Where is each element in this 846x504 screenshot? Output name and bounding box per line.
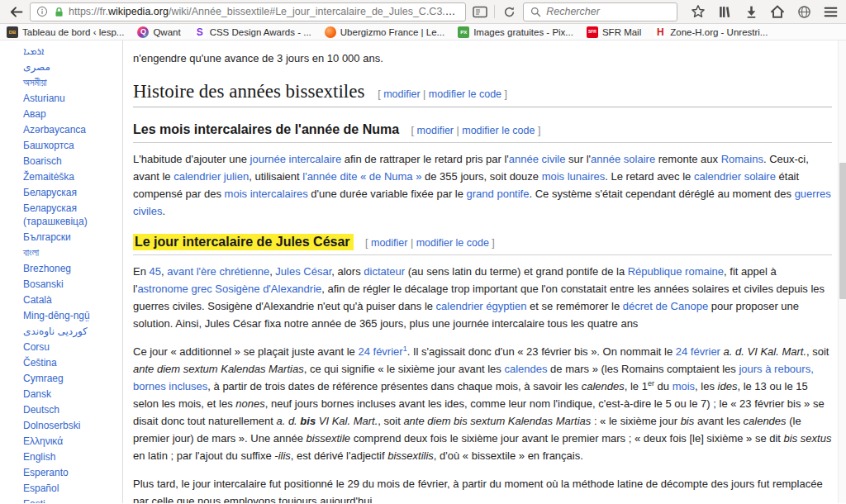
- sidebar-language-link[interactable]: Беларуская: [23, 187, 117, 200]
- wiki-link[interactable]: astronome grec Sosigène d'Alexandrie: [137, 283, 321, 295]
- bookmark-item[interactable]: Ubergizmo France | Le...: [325, 26, 444, 38]
- wiki-link[interactable]: 45: [150, 265, 161, 278]
- subsection-heading-numa: Les mois intercalaires de l'année de Num…: [133, 121, 832, 143]
- sidebar-language-link[interactable]: Ming-dĕng-ngṳ̄: [23, 310, 117, 323]
- text-run: , le 1: [625, 380, 648, 392]
- wiki-link[interactable]: calendrier julien: [173, 170, 249, 183]
- wiki-link[interactable]: grand pontife: [467, 188, 530, 200]
- back-button[interactable]: [7, 2, 25, 21]
- sidebar-language-link[interactable]: Ελληνικά: [23, 435, 117, 449]
- wiki-link[interactable]: année solaire: [591, 153, 655, 165]
- sidebar-language-link[interactable]: Esperanto: [23, 467, 117, 480]
- bookmark-star-icon[interactable]: [689, 2, 707, 21]
- sidebar-language-link[interactable]: Dolnoserbski: [23, 420, 117, 433]
- bookmark-item[interactable]: Q Qwant: [137, 26, 180, 38]
- page-viewport: ܐܪܡܝܐ مصرى অসমীয়া Asturianu Авар Azərba…: [0, 40, 846, 503]
- text-run: , alors: [331, 265, 364, 278]
- bookmark-label: Images gratuites - Pix...: [473, 27, 573, 37]
- sidebar-language-link[interactable]: مصرى: [23, 61, 117, 74]
- paragraph-jules-cesar-1: En 45, avant l'ère chrétienne, Jules Cés…: [133, 263, 832, 332]
- text-run: , d'où « bissextile » en français.: [434, 449, 583, 462]
- sidebar-language-link[interactable]: Deutsch: [23, 404, 117, 417]
- wiki-link[interactable]: Romains: [721, 153, 763, 165]
- wiki-link[interactable]: dictateur: [364, 265, 405, 278]
- scrollbar-thumb[interactable]: [839, 163, 846, 299]
- text-run: . Le retard avec le: [605, 170, 694, 183]
- bookmark-item[interactable]: H Zone-H.org - Unrestri...: [654, 26, 768, 38]
- bookmark-item[interactable]: S CSS Design Awards - ...: [194, 26, 311, 38]
- page-scrollbar[interactable]: [838, 40, 846, 503]
- wiki-link[interactable]: République romaine: [628, 265, 724, 278]
- bookmark-label: SFR Mail: [602, 27, 641, 37]
- wiki-link[interactable]: 24 février: [676, 345, 720, 358]
- sidebar-language-link[interactable]: অসমীয়া: [23, 77, 117, 90]
- text-run: . Ce système s'était cependant déréglé a…: [529, 188, 794, 200]
- wiki-link[interactable]: calendes: [504, 363, 547, 375]
- sidebar-language-link[interactable]: Asturianu: [23, 93, 117, 106]
- library-icon[interactable]: [715, 2, 734, 21]
- reload-button[interactable]: [500, 2, 518, 21]
- menu-icon[interactable]: [821, 2, 839, 21]
- wiki-link[interactable]: Jules César: [275, 265, 331, 278]
- search-placeholder: Rechercher: [546, 6, 600, 17]
- modifier-le-code-link[interactable]: modifier le code: [416, 237, 489, 249]
- sidebar-language-link[interactable]: Čeština: [23, 357, 117, 370]
- section-heading-histoire: Histoire des années bissextiles [ modifi…: [133, 80, 832, 107]
- sidebar-language-link[interactable]: Žemaitėška: [23, 171, 117, 184]
- sidebar-language-link[interactable]: Bosanski: [23, 278, 117, 292]
- sidebar-language-link[interactable]: Español: [23, 483, 117, 496]
- lock-icon[interactable]: [53, 2, 64, 21]
- bookmark-item[interactable]: PX Images gratuites - Pix...: [458, 26, 573, 38]
- wiki-link[interactable]: mois lunaires: [542, 170, 606, 183]
- wiki-link[interactable]: l'année dite « de Numa »: [302, 170, 421, 183]
- sidebar-language-link[interactable]: Boarisch: [23, 155, 117, 169]
- home-icon[interactable]: [768, 2, 787, 21]
- sidebar-language-link[interactable]: বাংলা: [23, 247, 117, 260]
- url-scheme: https://fr.: [69, 6, 108, 17]
- modifier-link[interactable]: modifier: [383, 88, 420, 100]
- heading-text: Les mois intercalaires de l'année de Num…: [133, 122, 399, 136]
- sidebar-language-link[interactable]: كوردیی ناوەندی: [23, 326, 117, 339]
- sidebar-language-link[interactable]: Català: [23, 294, 117, 307]
- wiki-link[interactable]: mois: [673, 380, 695, 392]
- sidebar-language-link[interactable]: Azərbaycanca: [23, 124, 117, 137]
- wiki-link[interactable]: avant l'ère chrétienne: [167, 265, 269, 278]
- text-run: d'une durée variable fixée par le: [308, 188, 467, 200]
- italic-text: ante diem sextum Kalendas Martias: [133, 363, 304, 375]
- wiki-link[interactable]: journée intercalaire: [250, 153, 342, 165]
- bookmark-item[interactable]: DB Tableau de bord ‹ lesp...: [7, 26, 124, 38]
- sidebar-language-link[interactable]: Corsu: [23, 341, 117, 354]
- italic-text: bis: [300, 415, 316, 427]
- wiki-link[interactable]: 24 février: [358, 345, 402, 358]
- sidebar-language-link[interactable]: Dansk: [23, 388, 117, 402]
- wiki-link[interactable]: année civile: [509, 153, 566, 165]
- wiki-link[interactable]: calendrier égyptien: [436, 300, 527, 312]
- modifier-le-code-link[interactable]: modifier le code: [429, 88, 501, 100]
- text-run: Ce jour « additionnel » se plaçait juste…: [133, 345, 358, 358]
- sidebar-language-link[interactable]: Eesti: [23, 498, 117, 503]
- sidebar-language-link[interactable]: Беларуская (тарашкевіца): [23, 202, 117, 229]
- sidebar-language-link[interactable]: Cymraeg: [23, 373, 117, 386]
- page-info-icon[interactable]: [36, 2, 49, 21]
- sidebar-language-link[interactable]: Brezhoneg: [23, 263, 117, 276]
- text-run: , soit: [378, 415, 403, 427]
- wiki-link[interactable]: décret de Canope: [623, 300, 708, 312]
- article-content: n'engendre qu'une avance de 3 jours en 1…: [122, 40, 846, 503]
- wiki-link[interactable]: calendrier solaire: [694, 170, 776, 183]
- url-bar[interactable]: https://fr.wikipedia.org/wiki/Année_biss…: [30, 2, 466, 21]
- modifier-le-code-link[interactable]: modifier le code: [462, 125, 535, 136]
- reader-mode-icon[interactable]: [471, 2, 489, 21]
- sidebar-language-link[interactable]: ܐܪܡܝܐ: [23, 45, 117, 59]
- downloads-icon[interactable]: [742, 2, 760, 21]
- bookmark-item[interactable]: SFR SFR Mail: [587, 26, 641, 38]
- sidebar-language-link[interactable]: English: [23, 451, 117, 464]
- globe-icon[interactable]: [795, 2, 813, 21]
- sidebar-language-link[interactable]: Български: [23, 231, 117, 245]
- modifier-link[interactable]: modifier: [417, 125, 454, 136]
- sidebar-language-link[interactable]: Башҡортса: [23, 140, 117, 153]
- text-run: en latin ; par l'ajout du suffixe: [133, 449, 274, 462]
- search-input[interactable]: Rechercher: [523, 2, 677, 21]
- modifier-link[interactable]: modifier: [371, 237, 407, 249]
- wiki-link[interactable]: mois intercalaires: [225, 188, 308, 200]
- sidebar-language-link[interactable]: Авар: [23, 108, 117, 121]
